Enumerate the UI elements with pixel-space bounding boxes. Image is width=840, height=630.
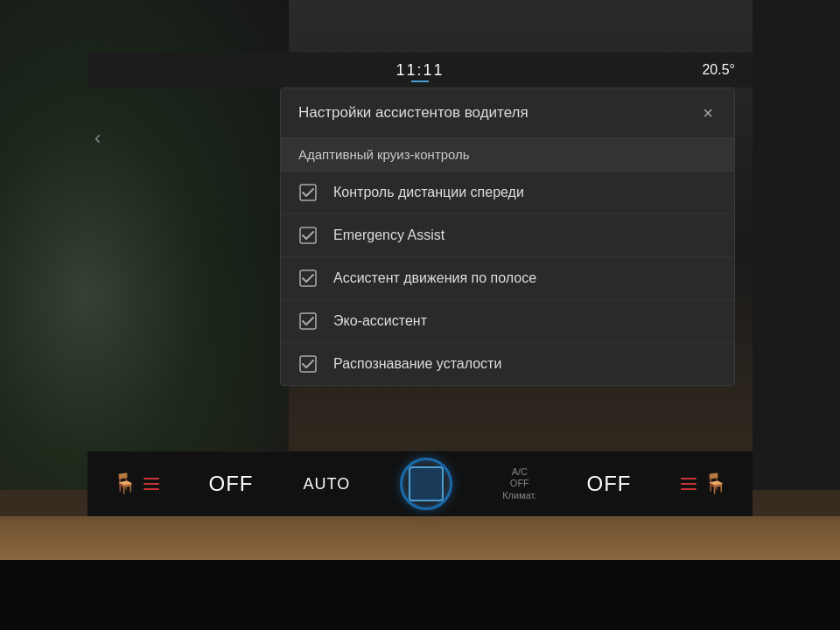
list-item[interactable]: Emergency Assist xyxy=(281,214,734,257)
left-seat-group[interactable]: 🪑 xyxy=(113,472,159,495)
left-heat-icon xyxy=(144,478,159,490)
status-time: 11:11 xyxy=(396,61,444,80)
checkbox-icon xyxy=(298,183,318,202)
ac-label: A/C OFF Климат. xyxy=(502,466,536,501)
emergency-assist-label: Emergency Assist xyxy=(333,228,444,243)
close-button[interactable]: × xyxy=(696,101,720,125)
dialog-header: Настройки ассистентов водителя × xyxy=(281,88,734,138)
menu-item-label: Распознавание усталости xyxy=(333,356,501,372)
right-background xyxy=(752,0,840,490)
right-heat-icon xyxy=(681,478,696,490)
auto-label: AUTO xyxy=(304,475,351,494)
status-bar: 11:11 20.5° xyxy=(88,52,752,88)
home-button[interactable] xyxy=(400,458,452,510)
right-temp-group[interactable]: OFF xyxy=(586,472,631,496)
list-item[interactable]: Ассистент движения по полосе xyxy=(281,257,734,300)
dialog-title: Настройки ассистентов водителя xyxy=(298,104,528,122)
driver-assist-dialog: Настройки ассистентов водителя × Адаптив… xyxy=(280,88,735,386)
status-temperature: 20.5° xyxy=(702,62,735,78)
checkbox-icon xyxy=(298,269,318,288)
list-item[interactable]: Распознавание усталости xyxy=(281,343,734,385)
list-item[interactable]: Контроль дистанции спереди xyxy=(281,172,734,214)
section-header: Адаптивный круиз-контроль xyxy=(281,138,734,172)
checkbox-icon xyxy=(298,312,318,331)
right-temp-display: OFF xyxy=(586,472,631,496)
left-temp-group[interactable]: OFF xyxy=(209,472,254,496)
menu-item-label: Контроль дистанции спереди xyxy=(333,185,524,200)
left-temp-display: OFF xyxy=(209,472,254,496)
list-item[interactable]: Эко-ассистент xyxy=(281,300,734,343)
menu-item-label: Ассистент движения по полосе xyxy=(333,270,536,286)
checkbox-icon xyxy=(298,226,318,245)
climate-controls-bar: 🪑 OFF AUTO A/C OFF Климат. OFF 🪑 xyxy=(88,451,752,516)
back-arrow[interactable]: ‹ xyxy=(94,127,101,150)
right-seat-icon: 🪑 xyxy=(704,472,727,495)
home-button-inner xyxy=(409,466,444,501)
bottom-strip xyxy=(0,560,840,630)
ac-climate-group[interactable]: A/C OFF Климат. xyxy=(502,466,536,501)
checkbox-icon xyxy=(298,354,318,374)
left-seat-icon: 🪑 xyxy=(113,472,136,495)
right-seat-group[interactable]: 🪑 xyxy=(681,472,727,495)
menu-item-label: Эко-ассистент xyxy=(333,313,427,329)
wood-trim xyxy=(0,516,840,560)
auto-group[interactable]: AUTO xyxy=(304,475,351,494)
